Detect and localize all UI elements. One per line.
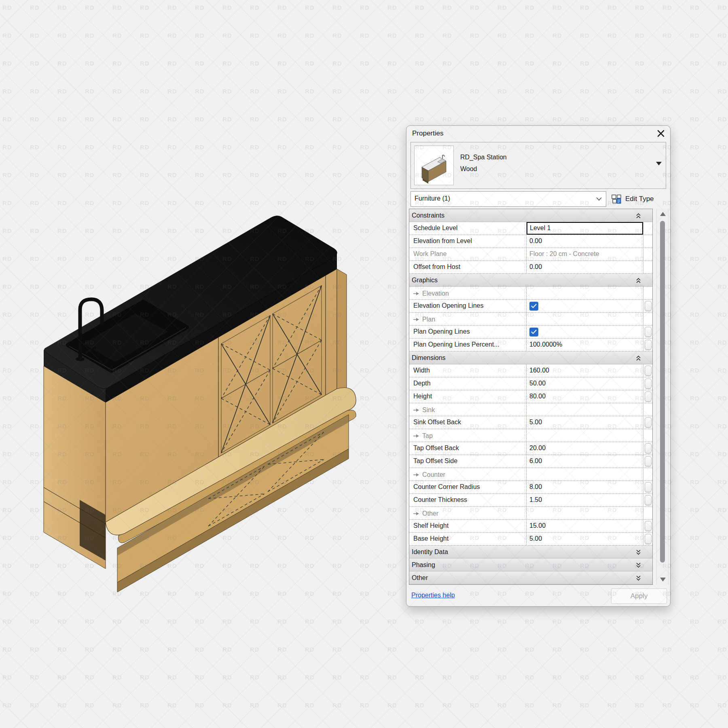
property-value[interactable]: 15.00 <box>526 520 643 532</box>
double-chevron-down-icon[interactable] <box>636 575 641 583</box>
assoc-cell <box>643 481 652 493</box>
rd-watermark-text: RD <box>662 646 672 653</box>
section-header-constraints[interactable]: Constraints <box>409 209 652 222</box>
rd-watermark-text: RD <box>690 478 700 485</box>
double-chevron-up-icon[interactable] <box>636 213 641 220</box>
associate-parameter-button[interactable] <box>645 392 652 402</box>
double-chevron-down-icon[interactable] <box>636 562 641 570</box>
triangle-down-icon[interactable] <box>656 162 662 165</box>
associate-parameter-button[interactable] <box>645 379 652 389</box>
property-value[interactable]: 0.00 <box>526 261 643 273</box>
subgroup-row-counter[interactable]: Counter <box>409 468 652 481</box>
rd-watermark-text: RD <box>470 116 480 123</box>
property-value[interactable]: 160.00 <box>526 364 643 377</box>
property-value[interactable]: 5.00 <box>526 533 643 545</box>
property-value[interactable]: 1.50 <box>526 494 643 506</box>
assoc-cell <box>643 507 652 519</box>
associate-parameter-button[interactable] <box>645 521 652 531</box>
associate-parameter-button[interactable] <box>645 534 652 544</box>
associate-parameter-button[interactable] <box>645 340 652 350</box>
associate-parameter-button[interactable] <box>645 495 652 505</box>
value-editbox[interactable]: Level 1 <box>527 222 643 235</box>
rd-watermark-text: RD <box>140 144 150 150</box>
property-value[interactable]: 6.00 <box>526 455 643 468</box>
subgroup-row-sink[interactable]: Sink <box>409 403 652 416</box>
double-chevron-down-icon[interactable] <box>636 549 641 557</box>
double-chevron-up-icon[interactable] <box>636 277 641 285</box>
rd-watermark-text: RD <box>112 618 122 625</box>
rd-watermark-text: RD <box>2 199 12 206</box>
property-value[interactable]: Floor : 20 cm - Concrete <box>526 248 643 260</box>
assoc-cell <box>643 494 652 506</box>
type-selector[interactable]: RD_Spa Station Wood <box>411 142 666 189</box>
property-label: Work Plane <box>409 248 526 260</box>
chevron-down-icon <box>596 197 602 201</box>
property-value[interactable]: 20.00 <box>526 442 643 455</box>
properties-panel: Properties RD_Spa Station Wood <box>406 125 671 607</box>
rd-watermark-text: RD <box>387 674 397 681</box>
rd-watermark-text: RD <box>690 395 700 402</box>
property-value[interactable] <box>526 326 643 338</box>
section-header-identity-data[interactable]: Identity Data <box>409 546 652 559</box>
scrollbar-thumb[interactable] <box>660 221 665 563</box>
rd-watermark-text: RD <box>635 32 645 39</box>
rd-watermark-text: RD <box>2 506 12 513</box>
section-header-phasing[interactable]: Phasing <box>409 559 652 571</box>
associate-parameter-button[interactable] <box>645 366 652 376</box>
property-value[interactable]: 0.00 <box>526 235 643 248</box>
panel-title: Properties <box>412 129 443 138</box>
assoc-cell <box>643 248 652 260</box>
associate-parameter-button[interactable] <box>645 301 652 311</box>
properties-help-link[interactable]: Properties help <box>411 592 455 599</box>
section-header-other[interactable]: Other <box>409 571 652 584</box>
scroll-up-icon[interactable] <box>660 212 666 216</box>
rd-watermark-text: RD <box>387 702 397 709</box>
property-value[interactable] <box>526 300 643 312</box>
property-value[interactable]: 80.00 <box>526 390 643 403</box>
section-label: Identity Data <box>409 546 448 558</box>
property-value[interactable]: 5.00 <box>526 416 643 429</box>
rd-watermark-text: RD <box>112 4 122 11</box>
subgroup-row-elevation[interactable]: Elevation <box>409 287 652 300</box>
type-name: Wood <box>460 163 507 175</box>
rd-watermark-text: RD <box>360 674 370 681</box>
rd-watermark-text: RD <box>580 702 590 709</box>
rd-watermark-text: RD <box>387 88 397 95</box>
apply-button[interactable]: Apply <box>611 588 667 604</box>
section-header-graphics[interactable]: Graphics <box>409 274 652 287</box>
double-chevron-up-icon[interactable] <box>636 355 641 363</box>
subgroup-row-plan[interactable]: Plan <box>409 313 652 326</box>
rd-watermark-text: RD <box>305 171 315 178</box>
checkbox-checked[interactable] <box>529 302 538 311</box>
edit-type-button[interactable]: Edit Type <box>611 192 654 206</box>
rd-watermark-text: RD <box>470 32 480 39</box>
rd-watermark-text: RD <box>387 60 397 67</box>
property-value[interactable]: 8.00 <box>526 481 643 493</box>
rd-watermark-text: RD <box>2 423 12 430</box>
property-row-tap-offset-side: Tap Offset Side6.00 <box>409 455 652 468</box>
property-label: Sink Offset Back <box>409 416 526 429</box>
property-value[interactable]: 100.0000% <box>526 339 643 351</box>
rd-watermark-text: RD <box>305 116 315 123</box>
subgroup-row-other[interactable]: Other <box>409 507 652 520</box>
rd-watermark-text: RD <box>2 227 12 234</box>
property-value[interactable]: Level 1 <box>526 222 643 235</box>
associate-parameter-button[interactable] <box>645 443 652 453</box>
rd-watermark-text: RD <box>305 4 315 11</box>
rd-watermark-text: RD <box>57 144 67 150</box>
associate-parameter-button[interactable] <box>645 482 652 492</box>
scroll-down-icon[interactable] <box>660 578 666 582</box>
subgroup-row-tap[interactable]: Tap <box>409 429 652 442</box>
section-header-dimensions[interactable]: Dimensions <box>409 351 652 364</box>
rd-watermark-text: RD <box>140 618 150 625</box>
close-icon[interactable] <box>656 129 665 138</box>
associate-parameter-button[interactable] <box>645 327 652 337</box>
associate-parameter-button[interactable] <box>645 456 652 466</box>
rd-watermark-text: RD <box>387 283 397 290</box>
checkbox-checked[interactable] <box>529 328 538 336</box>
associate-parameter-button[interactable] <box>645 417 652 427</box>
rd-watermark-text: RD <box>222 116 232 123</box>
scrollbar[interactable] <box>656 209 669 585</box>
element-filter-combobox[interactable]: Furniture (1) <box>411 191 606 207</box>
property-value[interactable]: 50.00 <box>526 377 643 390</box>
